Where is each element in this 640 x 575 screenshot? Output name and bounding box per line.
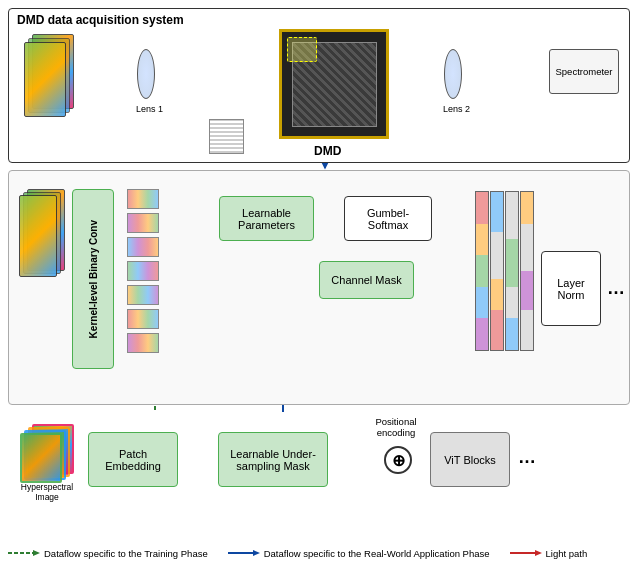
plus-circle: ⊕ [384,446,412,474]
right-channel-blocks [475,191,534,351]
svg-marker-28 [33,550,40,556]
mid-hyper-stack [17,189,72,284]
bot-section: Hyperspectral Image Patch Embedding Lear… [8,412,630,532]
svg-marker-32 [535,550,542,556]
feature-maps [127,189,159,353]
hyper-label: Hyperspectral Image [18,482,76,502]
bot-dots: … [518,447,536,468]
training-legend-label: Dataflow specific to the Training Phase [44,548,208,559]
spectrometer-label: Spectrometer [555,66,612,77]
lens2-label: Lens 2 [443,104,470,114]
channel-mask-label: Channel Mask [331,274,401,286]
vit-blocks-box: ViT Blocks [430,432,510,487]
positional-encoding-label: Positional encoding [356,416,436,439]
legend-training: Dataflow specific to the Training Phase [8,547,208,559]
lens2: Lens 2 [444,49,462,99]
kernel-conv-label: Kernel-level Binary Conv [88,220,99,338]
learnable-mask-box: Learnable Under-sampling Mask [218,432,328,487]
lens1-label: Lens 1 [136,104,163,114]
patch-embedding-label: Patch Embedding [93,448,173,472]
gumbel-box: Gumbel-Softmax [344,196,432,241]
dmd-board [279,29,389,139]
patch-embedding-box: Patch Embedding [88,432,178,487]
layer-norm-label: Layer Norm [546,277,596,301]
legend-light: Light path [510,547,588,559]
vit-blocks-label: ViT Blocks [444,454,496,466]
learnable-mask-label: Learnable Under-sampling Mask [223,448,323,472]
bot-hyper-stack: Hyperspectral Image [20,424,80,484]
dmd-section: DMD data acquisition system Lens 1 DMD L… [8,8,630,163]
learnable-params-label: Learnable Parameters [224,207,309,231]
realworld-legend-label: Dataflow specific to the Real-World Appl… [264,548,490,559]
mid-section: Kernel-level Binary Conv [8,170,630,405]
spectrometer-box: Spectrometer [549,49,619,94]
light-legend-label: Light path [546,548,588,559]
mid-dots: … [607,278,625,299]
layer-norm-box: Layer Norm [541,251,601,326]
legend-realworld: Dataflow specific to the Real-World Appl… [228,547,490,559]
kernel-conv-box: Kernel-level Binary Conv [72,189,114,369]
dmd-label: DMD [314,144,341,158]
lens1: Lens 1 [137,49,155,99]
svg-marker-30 [253,550,260,556]
channel-mask-box: Channel Mask [319,261,414,299]
gumbel-label: Gumbel-Softmax [349,207,427,231]
learnable-params-box: Learnable Parameters [219,196,314,241]
legend: Dataflow specific to the Training Phase … [8,538,630,568]
dmd-title: DMD data acquisition system [17,13,184,27]
